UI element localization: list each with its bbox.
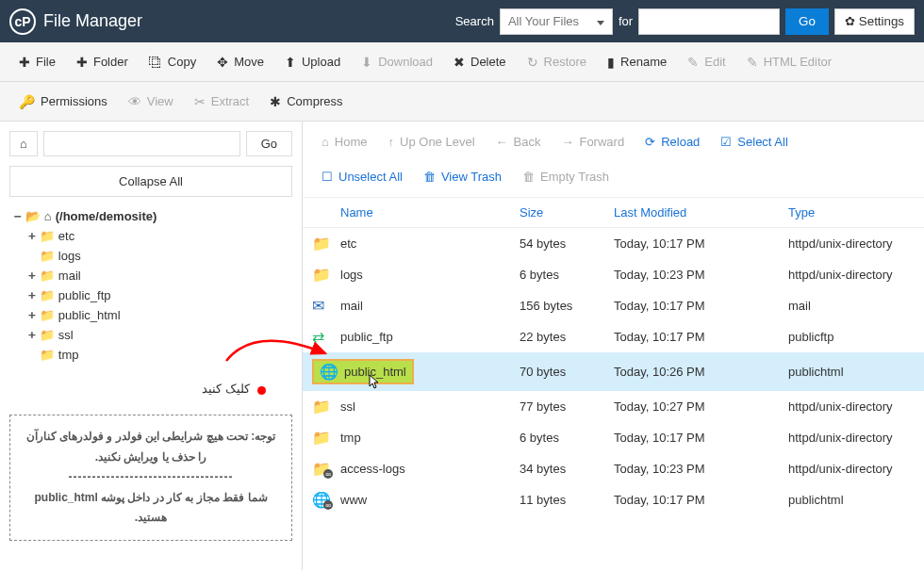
folder-icon: 📁 [40, 269, 55, 283]
folder-button[interactable]: ✚Folder [67, 49, 138, 75]
search-go-button[interactable]: Go [785, 8, 829, 35]
move-button[interactable]: ✥Move [207, 49, 273, 75]
permissions-button[interactable]: 🔑Permissions [9, 89, 117, 115]
select-all-button[interactable]: ☑Select All [711, 129, 797, 155]
main-wrap: ⌂ Go Collapse All − 📂 ⌂ (/home/demosite)… [0, 122, 924, 570]
home-icon: ⌂ [44, 209, 52, 223]
file-table: Name Size Last Modified Type 📁 etc 54 by… [303, 198, 924, 515]
table-row[interactable]: 📁 etc 54 bytes Today, 10:17 PM httpd/uni… [303, 228, 924, 259]
move-icon: ✥ [217, 55, 228, 70]
nav-path-input[interactable] [43, 131, 240, 156]
cursor-icon [369, 374, 382, 395]
download-button[interactable]: ⬇Download [352, 49, 442, 75]
table-row[interactable]: ✉ mail 156 bytes Today, 10:17 PM mail [303, 290, 924, 321]
rename-button[interactable]: ▮Rename [598, 49, 676, 75]
search-input[interactable] [638, 8, 780, 35]
globe-icon: 🌐 [320, 363, 338, 381]
nav-home-button[interactable]: ⌂ [9, 131, 38, 156]
tree-item-public-ftp[interactable]: +📁public_ftp [28, 285, 292, 305]
copy-button[interactable]: ⿻Copy [140, 49, 206, 75]
note-line-1: توجه: تحت هیچ شرایطی این فولدر و فولدرها… [22, 427, 280, 467]
collapse-icon[interactable]: − [14, 209, 22, 223]
tree-item-mail[interactable]: +📁mail [28, 266, 292, 285]
tree-root[interactable]: − 📂 ⌂ (/home/demosite) [14, 206, 292, 226]
header-modified[interactable]: Last Modified [614, 205, 788, 220]
trash-icon: 🗑 [522, 170, 535, 184]
nav-go-button[interactable]: Go [246, 131, 292, 156]
app-title: File Manager [43, 11, 142, 31]
header-type[interactable]: Type [788, 205, 901, 220]
unselect-all-button[interactable]: ☐Unselect All [312, 164, 412, 189]
content-pane: ⌂Home ↑Up One Level ←Back →Forward ⟳Relo… [302, 122, 924, 570]
folder-icon: 📁 [40, 348, 55, 362]
table-row[interactable]: 📁 tmp 6 bytes Today, 10:17 PM httpd/unix… [303, 422, 924, 453]
tree-root-label: (/home/demosite) [56, 209, 157, 223]
expand-icon[interactable]: + [28, 269, 36, 283]
delete-button[interactable]: ✖Delete [444, 49, 516, 75]
header-size[interactable]: Size [520, 205, 614, 220]
annotation-click: کلیک کنید [9, 382, 292, 396]
back-icon: ← [496, 135, 508, 149]
extract-icon: ✂ [194, 94, 206, 109]
settings-button[interactable]: ✿ Settings [834, 8, 915, 35]
expand-icon[interactable]: + [28, 229, 36, 243]
for-label: for [619, 14, 633, 28]
folder-icon: 📁 [40, 288, 55, 302]
uncheck-icon: ☐ [322, 170, 333, 184]
collapse-all-button[interactable]: Collapse All [9, 166, 292, 197]
html-editor-button[interactable]: ✎HTML Editor [737, 49, 841, 75]
key-icon: 🔑 [19, 94, 35, 109]
folder-icon: 📁 [40, 328, 55, 342]
toolbar-primary: ✚File ✚Folder ⿻Copy ✥Move ⬆Upload ⬇Downl… [0, 42, 924, 82]
search-label: Search [455, 14, 494, 28]
upload-button[interactable]: ⬆Upload [275, 49, 350, 75]
delete-icon: ✖ [454, 55, 465, 70]
table-row[interactable]: 🌐∞ www 11 bytes Today, 10:17 PM publicht… [303, 484, 924, 515]
table-row[interactable]: 📁 ssl 77 bytes Today, 10:27 PM httpd/uni… [303, 391, 924, 422]
globe-link-icon: 🌐∞ [312, 492, 331, 508]
compress-icon: ✱ [270, 94, 281, 109]
restore-icon: ↻ [527, 55, 538, 70]
table-row[interactable]: 📁∞ access-logs 34 bytes Today, 10:23 PM … [303, 453, 924, 484]
home-icon: ⌂ [322, 135, 329, 149]
up-level-button[interactable]: ↑Up One Level [379, 129, 485, 155]
table-row[interactable]: 📁 logs 6 bytes Today, 10:23 PM httpd/uni… [303, 259, 924, 290]
table-header: Name Size Last Modified Type [303, 198, 924, 228]
view-trash-button[interactable]: 🗑View Trash [414, 164, 511, 189]
up-icon: ↑ [388, 135, 395, 149]
expand-icon[interactable]: + [28, 308, 36, 322]
search-scope-select[interactable]: All Your Files [500, 8, 613, 35]
forward-button[interactable]: →Forward [552, 129, 634, 155]
table-row-highlighted[interactable]: 🌐 public_html 70 bytes Today, 10:26 PM p… [303, 352, 924, 391]
table-row[interactable]: ⇄ public_ftp 22 bytes Today, 10:17 PM pu… [303, 321, 924, 352]
folder-icon: 📁 [40, 229, 55, 243]
annotation-dot [257, 386, 266, 395]
eye-icon: 👁 [128, 94, 141, 109]
html-icon: ✎ [747, 55, 758, 70]
empty-trash-button[interactable]: 🗑Empty Trash [513, 164, 619, 189]
tree-item-etc[interactable]: +📁etc [28, 226, 292, 246]
restore-button[interactable]: ↻Restore [518, 49, 597, 75]
tree-item-public-html[interactable]: +📁public_html [28, 305, 292, 325]
reload-button[interactable]: ⟳Reload [635, 129, 709, 155]
plus-icon: ✚ [19, 55, 30, 70]
folder-icon: 📁 [40, 308, 55, 322]
file-button[interactable]: ✚File [9, 49, 65, 75]
note-line-2: شما فقط مجاز به کار در داخل پوشه public_… [22, 488, 280, 529]
highlighted-cell: 🌐 public_html [312, 359, 414, 384]
edit-button[interactable]: ✎Edit [678, 49, 734, 75]
home-button[interactable]: ⌂Home [312, 129, 377, 155]
mail-icon: ✉ [312, 298, 324, 314]
rename-icon: ▮ [607, 55, 615, 70]
back-button[interactable]: ←Back [487, 129, 551, 155]
view-button[interactable]: 👁View [119, 89, 183, 115]
compress-button[interactable]: ✱Compress [260, 89, 352, 115]
expand-icon[interactable]: + [28, 288, 36, 302]
tree-item-logs[interactable]: +📁logs [28, 246, 292, 266]
content-toolbar-2: ☐Unselect All 🗑View Trash 🗑Empty Trash [303, 162, 924, 198]
expand-icon[interactable]: + [28, 328, 36, 342]
header-name[interactable]: Name [340, 205, 520, 220]
tree-item-tmp[interactable]: +📁tmp [28, 345, 292, 365]
tree-item-ssl[interactable]: +📁ssl [28, 325, 292, 345]
extract-button[interactable]: ✂Extract [185, 89, 258, 115]
